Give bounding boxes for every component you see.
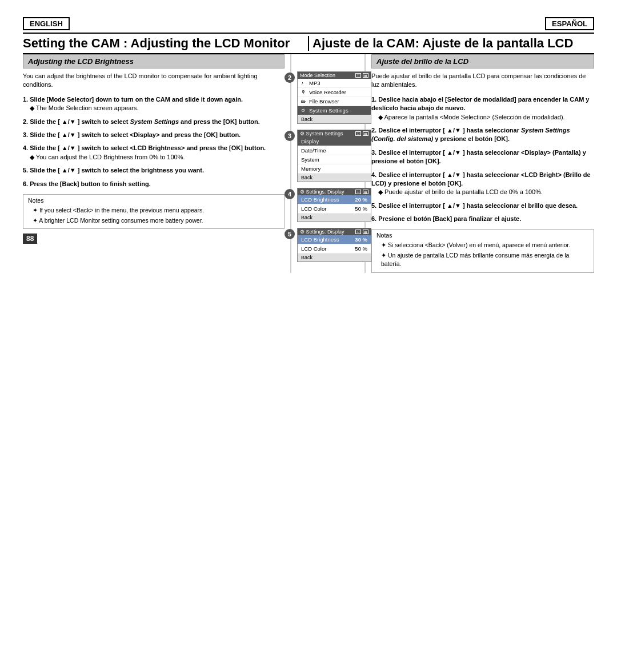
- screen-4-brightness-row[interactable]: LCD Brightness 20 %: [298, 195, 371, 204]
- screen-5-brightness-row[interactable]: LCD Brightness 30 %: [298, 235, 371, 244]
- screen-3-titlebar: ⚙ System Settings □ ▦: [298, 130, 371, 137]
- spanish-steps: 1. Deslice hacia abajo el [Selector de m…: [371, 95, 594, 224]
- screen-4-back[interactable]: Back: [298, 214, 371, 222]
- english-step-2: 2. Slide the [ ▲/▼ ] switch to select Sy…: [23, 118, 285, 126]
- english-note-1: If you select <Back> in the menu, the pr…: [33, 206, 279, 215]
- step-4-circle: 4: [285, 189, 295, 199]
- spanish-section-header: Ajuste del brillo de la LCD: [371, 54, 594, 69]
- spanish-step-5: 5. Deslice el interruptor [ ▲/▼ ] hasta …: [371, 202, 594, 210]
- settings-icon: ⚙: [301, 108, 307, 113]
- screen-4-wrap: 4 ⚙ Settings: Display □ ▦ LCD Brightness…: [285, 188, 371, 222]
- spanish-note-2: Un ajuste de pantalla LCD más brillante …: [381, 251, 589, 268]
- english-step-3: 3. Slide the [ ▲/▼ ] switch to select <D…: [23, 131, 285, 139]
- screen-5-wrap: 5 ⚙ Settings: Display □ ▦ LCD Brightness…: [285, 228, 371, 262]
- content-area: Adjusting the LCD Brightness You can adj…: [23, 54, 594, 273]
- screen-3-wrap: 3 ⚙ System Settings □ ▦ Display Date/Tim…: [285, 130, 371, 182]
- screen-2-title: Mode Selection: [300, 73, 335, 78]
- folder-icon: 🗁: [301, 99, 307, 104]
- screen-2-back[interactable]: Back: [298, 115, 371, 123]
- screen-2-icon-1: □: [355, 73, 361, 78]
- screen-3-icon-1: □: [355, 131, 361, 136]
- english-note-2: A brighter LCD Monitor setting consumes …: [33, 216, 279, 225]
- step-3-circle: 3: [285, 131, 295, 141]
- screen-5: ⚙ Settings: Display □ ▦ LCD Brightness 3…: [297, 228, 371, 262]
- screen-3-item-memory[interactable]: Memory: [298, 164, 371, 174]
- screen-3-item-display[interactable]: Display: [298, 137, 371, 146]
- spanish-step-4: 4. Deslice el interruptor [ ▲/▼ ] hasta …: [371, 171, 594, 197]
- english-step-4: 4. Slide the [ ▲/▼ ] switch to select <L…: [23, 144, 285, 162]
- screen-3-title: ⚙ System Settings: [300, 131, 343, 136]
- main-title-left: Setting the CAM : Adjusting the LCD Moni…: [23, 36, 305, 51]
- english-section-header: Adjusting the LCD Brightness: [23, 54, 285, 69]
- page-number: 88: [23, 234, 37, 244]
- screen-2-item-system[interactable]: ⚙ System Settings: [298, 106, 371, 115]
- screen-3: ⚙ System Settings □ ▦ Display Date/Time …: [297, 130, 371, 182]
- screen-3-item-system[interactable]: System: [298, 155, 371, 164]
- screen-5-color-row[interactable]: LCD Color 50 %: [298, 244, 371, 253]
- main-title-right: Ajuste de la CAM: Ajuste de la pantalla …: [312, 36, 594, 51]
- spanish-column: Ajuste del brillo de la LCD Puede ajusta…: [366, 54, 594, 273]
- english-column: Adjusting the LCD Brightness You can adj…: [23, 54, 291, 273]
- spanish-step-6: 6. Presione el botón [Back] para finaliz…: [371, 215, 594, 223]
- screen-3-item-datetime[interactable]: Date/Time: [298, 146, 371, 155]
- screen-4: ⚙ Settings: Display □ ▦ LCD Brightness 2…: [297, 188, 371, 222]
- screen-5-back[interactable]: Back: [298, 253, 371, 261]
- espanol-badge: ESPAÑOL: [545, 17, 594, 30]
- english-steps: 1. Slide [Mode Selector] down to turn on…: [23, 95, 285, 188]
- english-step-5: 5. Slide the [ ▲/▼ ] switch to select th…: [23, 166, 285, 175]
- title-divider: [308, 36, 309, 51]
- screen-5-title: ⚙ Settings: Display: [300, 229, 344, 235]
- english-step-6: 6. Press the [Back] button to finish set…: [23, 180, 285, 188]
- spanish-step-3: 3. Deslice el interruptor [ ▲/▼ ] hasta …: [371, 148, 594, 166]
- screen-2-wrap: 2 Mode Selection □ ▦ ♪ MP3 🎙: [285, 71, 371, 124]
- page-container: ENGLISH ESPAÑOL Setting the CAM : Adjust…: [23, 17, 594, 273]
- spanish-notes-box: Notas Si selecciona <Back> (Volver) en e…: [371, 229, 594, 272]
- spanish-intro: Puede ajustar el brillo de la pantalla L…: [371, 72, 594, 90]
- screen-2-titlebar: Mode Selection □ ▦: [298, 72, 371, 79]
- language-row: ENGLISH ESPAÑOL: [23, 17, 594, 30]
- screen-5-titlebar: ⚙ Settings: Display □ ▦: [298, 228, 371, 235]
- screen-2: Mode Selection □ ▦ ♪ MP3 🎙 Voice Recorde…: [297, 71, 371, 124]
- english-notes-title: Notes: [28, 197, 279, 204]
- music-icon: ♪: [301, 81, 307, 86]
- screen-4-icon-1: □: [355, 190, 361, 194]
- main-title: Setting the CAM : Adjusting the LCD Moni…: [23, 33, 594, 54]
- english-badge: ENGLISH: [23, 17, 70, 30]
- step-5-circle: 5: [285, 229, 295, 239]
- spanish-step-1: 1. Deslice hacia abajo el [Selector de m…: [371, 95, 594, 122]
- spanish-step-2: 2. Deslice el interruptor [ ▲/▼ ] hasta …: [371, 126, 594, 144]
- screen-4-title: ⚙ Settings: Display: [300, 189, 344, 195]
- screen-5-icon-1: □: [355, 230, 361, 234]
- screen-3-back[interactable]: Back: [298, 174, 371, 182]
- mic-icon: 🎙: [301, 90, 307, 95]
- english-intro: You can adjust the brightness of the LCD…: [23, 72, 285, 90]
- english-step-1: 1. Slide [Mode Selector] down to turn on…: [23, 95, 285, 113]
- screen-4-titlebar: ⚙ Settings: Display □ ▦: [298, 188, 371, 195]
- screen-2-item-voice[interactable]: 🎙 Voice Recorder: [298, 88, 371, 97]
- screen-2-item-mp3[interactable]: ♪ MP3: [298, 79, 371, 88]
- screen-4-color-row[interactable]: LCD Color 50 %: [298, 204, 371, 214]
- english-notes-box: Notes If you select <Back> in the menu, …: [23, 194, 285, 229]
- screen-2-item-browser[interactable]: 🗁 File Browser: [298, 97, 371, 106]
- spanish-note-1: Si selecciona <Back> (Volver) en el menú…: [381, 241, 589, 250]
- step-2-circle: 2: [285, 73, 295, 83]
- spanish-notes-title: Notas: [376, 232, 589, 239]
- screens-column: 2 Mode Selection □ ▦ ♪ MP3 🎙: [291, 54, 366, 273]
